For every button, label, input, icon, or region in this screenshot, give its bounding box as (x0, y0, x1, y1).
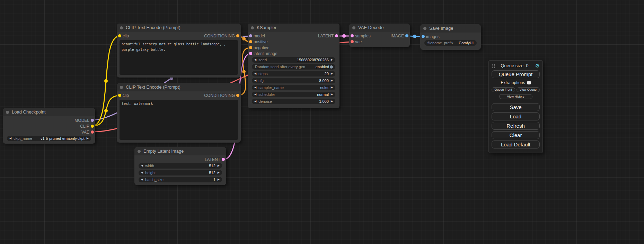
conditioning-output-port[interactable] (236, 94, 239, 97)
node-load-checkpoint[interactable]: Load Checkpoint MODEL CLIP VAE ◀ ckpt_na… (3, 108, 95, 144)
samples-input-port[interactable] (351, 34, 354, 37)
arrow-right-icon[interactable]: ▶ (331, 85, 333, 90)
widget-denoise[interactable]: ◀ denoise 1.000 ▶ (252, 99, 335, 104)
output-slot-model: MODEL (3, 117, 95, 123)
negative-input-port[interactable] (249, 46, 252, 49)
clip-output-port[interactable] (91, 125, 94, 128)
widget-value: 8.000 (319, 79, 329, 83)
arrow-right-icon[interactable]: ▶ (218, 170, 220, 175)
arrow-right-icon[interactable]: ▶ (331, 71, 333, 76)
arrow-left-icon[interactable]: ◀ (254, 99, 256, 104)
node-title-bar[interactable]: KSampler (248, 24, 339, 32)
widget-value: 512 (209, 171, 215, 175)
arrow-left-icon[interactable]: ◀ (141, 177, 143, 182)
slot-label: MODEL (74, 118, 89, 123)
model-input-port[interactable] (249, 34, 252, 37)
widget-steps[interactable]: ◀ steps 20 ▶ (252, 71, 335, 76)
node-title-bar[interactable]: Empty Latent Image (134, 147, 226, 155)
vae-input-port[interactable] (351, 40, 354, 43)
node-empty-latent-image[interactable]: Empty Latent Image LATENT ◀ width 512 ▶ … (134, 147, 226, 185)
node-vae-decode[interactable]: VAE Decode samples IMAGE vae (349, 24, 410, 47)
widget-seed[interactable]: ◀ seed 156680208700286 ▶ (252, 57, 335, 63)
arrow-right-icon[interactable]: ▶ (218, 163, 220, 169)
arrow-left-icon[interactable]: ◀ (254, 92, 256, 97)
node-clip-text-encode-positive[interactable]: CLIP Text Encode (Prompt) clip CONDITION… (117, 24, 241, 78)
widget-filename-prefix[interactable]: filename_prefix ComfyUI (424, 40, 477, 46)
widget-cfg[interactable]: ◀ cfg 8.000 ▶ (252, 78, 335, 83)
slot-row: samples IMAGE (349, 33, 410, 39)
vae-output-port[interactable] (91, 130, 94, 134)
node-graph-canvas[interactable]: Load Checkpoint MODEL CLIP VAE ◀ ckpt_na… (0, 0, 644, 244)
input-slot-positive: positive (248, 39, 339, 45)
arrow-right-icon[interactable]: ▶ (218, 177, 220, 182)
node-title-bar[interactable]: Load Checkpoint (3, 108, 95, 116)
arrow-left-icon[interactable]: ◀ (254, 78, 256, 83)
node-title-bar[interactable]: CLIP Text Encode (Prompt) (117, 83, 241, 91)
drag-handle-icon[interactable] (492, 64, 493, 65)
save-button[interactable]: Save (492, 103, 540, 111)
widget-label: scheduler (258, 92, 275, 97)
arrow-left-icon[interactable]: ◀ (254, 85, 256, 90)
images-input-port[interactable] (422, 35, 425, 38)
widget-label: cfg (258, 79, 264, 83)
positive-input-port[interactable] (249, 40, 252, 43)
widget-value: ComfyUI (459, 41, 474, 45)
widget-label: sampler_name (258, 85, 284, 90)
model-output-port[interactable] (91, 119, 94, 122)
toggle-indicator[interactable] (330, 65, 333, 69)
slot-label: CONDITIONING (204, 34, 235, 38)
node-save-image[interactable]: Save Image images filename_prefix ComfyU… (420, 24, 481, 50)
widget-ckpt-name[interactable]: ◀ ckpt_name v1-5-pruned-emaonly.ckpt ▶ (7, 136, 91, 141)
arrow-left-icon[interactable]: ◀ (9, 136, 11, 141)
widget-random-seed-toggle[interactable]: Random seed after every gen enabled (252, 64, 335, 70)
input-slot-vae: vae (349, 39, 410, 45)
arrow-right-icon[interactable]: ▶ (331, 78, 333, 83)
load-default-button[interactable]: Load Default (492, 141, 540, 148)
arrow-left-icon[interactable]: ◀ (254, 71, 256, 76)
node-title-bar[interactable]: Save Image (420, 24, 481, 33)
node-status-dot (120, 86, 123, 89)
conditioning-output-port[interactable] (236, 34, 239, 37)
widget-scheduler[interactable]: ◀ scheduler normal ▶ (252, 92, 335, 97)
queue-front-button[interactable]: Queue Front (492, 87, 515, 92)
node-clip-text-encode-negative[interactable]: CLIP Text Encode (Prompt) clip CONDITION… (117, 83, 241, 143)
extra-options-checkbox[interactable] (527, 81, 531, 84)
arrow-left-icon[interactable]: ◀ (254, 57, 256, 63)
arrow-left-icon[interactable]: ◀ (141, 170, 143, 175)
clear-button[interactable]: Clear (492, 131, 540, 139)
clip-input-port[interactable] (118, 34, 121, 37)
arrow-right-icon[interactable]: ▶ (331, 99, 333, 104)
widget-batch-size[interactable]: ◀ batch_size 1 ▶ (139, 177, 222, 182)
node-title-bar[interactable]: CLIP Text Encode (Prompt) (117, 24, 241, 32)
widget-value: euler (320, 85, 328, 90)
positive-prompt-textarea[interactable]: beautiful scenery nature glass bottle la… (120, 40, 238, 75)
slot-label: negative (254, 45, 269, 50)
extra-options-label: Extra options (501, 80, 525, 85)
negative-prompt-textarea[interactable]: text, watermark (120, 100, 238, 140)
widget-height[interactable]: ◀ height 512 ▶ (139, 170, 222, 175)
widget-sampler-name[interactable]: ◀ sampler_name euler ▶ (252, 85, 335, 90)
settings-gear-icon[interactable]: ⚙ (535, 63, 540, 68)
clip-input-port[interactable] (118, 94, 121, 97)
queue-prompt-button[interactable]: Queue Prompt (492, 70, 540, 78)
widget-value: 1.000 (319, 99, 329, 103)
refresh-button[interactable]: Refresh (492, 122, 540, 130)
widget-value: 20 (325, 72, 329, 76)
view-queue-button[interactable]: View Queue (517, 87, 540, 92)
latent-image-input-port[interactable] (249, 52, 252, 55)
arrow-right-icon[interactable]: ▶ (331, 92, 333, 97)
image-output-port[interactable] (405, 34, 408, 37)
slot-label: images (426, 34, 440, 39)
arrow-right-icon[interactable]: ▶ (87, 136, 89, 141)
arrow-right-icon[interactable]: ▶ (331, 57, 333, 63)
widget-value: normal (317, 92, 329, 97)
load-button[interactable]: Load (492, 112, 540, 120)
arrow-left-icon[interactable]: ◀ (141, 163, 143, 169)
widget-width[interactable]: ◀ width 512 ▶ (139, 163, 222, 169)
slot-row: model LATENT (248, 33, 339, 39)
latent-output-port[interactable] (222, 158, 225, 161)
node-ksampler[interactable]: KSampler model LATENT positive negative … (248, 24, 339, 108)
node-title-bar[interactable]: VAE Decode (349, 24, 410, 32)
view-history-button[interactable]: View History (499, 94, 532, 99)
latent-output-port[interactable] (335, 34, 338, 37)
